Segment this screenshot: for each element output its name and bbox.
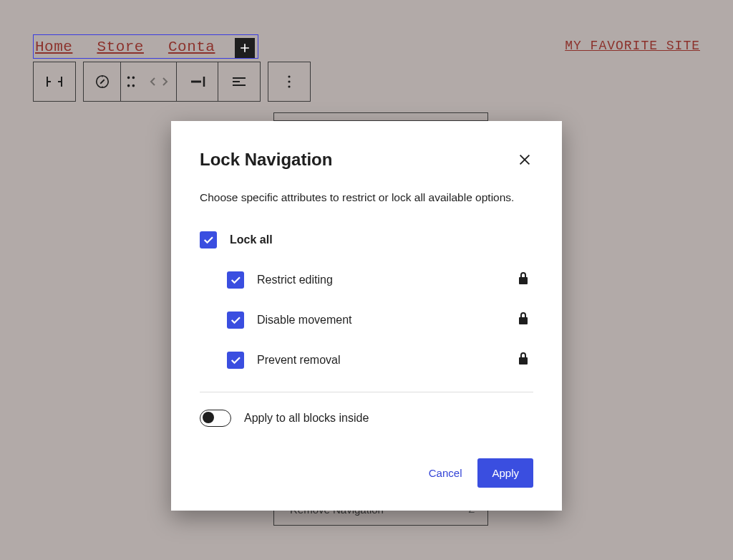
svg-point-7 — [288, 85, 290, 87]
check-icon — [229, 274, 242, 286]
check-icon — [202, 233, 215, 246]
restrict-editing-row[interactable]: Restrict editing — [200, 271, 533, 289]
restrict-editing-checkbox[interactable] — [227, 271, 244, 289]
prevent-removal-row[interactable]: Prevent removal — [200, 352, 533, 369]
lock-all-label: Lock all — [230, 233, 273, 246]
svg-point-3 — [127, 85, 130, 87]
align-button[interactable] — [177, 62, 218, 101]
chevron-left-right-icon — [148, 75, 170, 88]
more-vertical-icon — [287, 74, 291, 89]
divider — [200, 392, 533, 392]
apply-inside-label: Apply to all blocks inside — [244, 412, 369, 425]
drag-handle[interactable] — [121, 62, 141, 101]
compass-icon — [94, 74, 110, 90]
align-right-icon — [189, 75, 206, 88]
toolbar-group-type — [33, 62, 76, 102]
modal-footer: Cancel Apply — [200, 458, 533, 488]
nav-link-home[interactable]: Home — [35, 39, 72, 55]
nav-link-store[interactable]: Store — [97, 39, 144, 55]
drag-icon — [126, 75, 136, 88]
toolbar-group-controls — [83, 62, 261, 102]
justify-button[interactable] — [218, 62, 260, 101]
restrict-editing-label: Restrict editing — [257, 274, 333, 286]
lock-navigation-modal: Lock Navigation Choose specific attribut… — [171, 121, 562, 511]
close-button[interactable] — [516, 151, 533, 168]
lock-all-checkbox[interactable] — [200, 231, 217, 248]
modal-header: Lock Navigation — [200, 150, 533, 170]
prevent-removal-label: Prevent removal — [257, 354, 341, 367]
prevent-removal-checkbox[interactable] — [227, 352, 244, 369]
justify-left-icon — [231, 76, 247, 87]
lock-icon — [518, 312, 529, 329]
lock-all-row[interactable]: Lock all — [200, 231, 533, 248]
check-icon — [229, 354, 242, 367]
apply-button[interactable]: Apply — [477, 458, 533, 488]
toolbar-group-more — [268, 62, 311, 102]
block-toolbar — [33, 62, 311, 102]
toggle-knob — [203, 412, 214, 423]
block-type-button[interactable] — [34, 62, 75, 101]
top-navigation: Home Store Conta MY FAVORITE SITE — [0, 0, 733, 59]
cancel-button[interactable]: Cancel — [417, 458, 474, 488]
move-buttons[interactable] — [141, 62, 177, 101]
lock-icon — [518, 352, 529, 369]
add-block-button[interactable] — [235, 38, 255, 58]
select-parent-button[interactable] — [84, 62, 121, 101]
svg-point-2 — [132, 77, 135, 79]
lock-icon — [518, 271, 529, 289]
modal-description: Choose specific attributes to restrict o… — [200, 190, 533, 206]
modal-title: Lock Navigation — [200, 150, 332, 170]
disable-movement-checkbox[interactable] — [227, 312, 244, 329]
navigation-icon — [45, 74, 64, 90]
svg-point-1 — [127, 77, 130, 79]
svg-point-6 — [288, 80, 290, 82]
close-icon — [517, 152, 533, 168]
apply-inside-row[interactable]: Apply to all blocks inside — [200, 410, 533, 427]
dropdown-menu-frame — [273, 112, 488, 121]
svg-point-4 — [132, 85, 135, 87]
disable-movement-row[interactable]: Disable movement — [200, 312, 533, 329]
site-title[interactable]: MY FAVORITE SITE — [565, 39, 700, 53]
disable-movement-label: Disable movement — [257, 314, 352, 327]
more-options-button[interactable] — [268, 62, 310, 101]
check-icon — [229, 314, 242, 327]
nav-link-contact[interactable]: Conta — [168, 39, 215, 55]
plus-icon — [238, 41, 252, 55]
apply-inside-toggle[interactable] — [200, 410, 231, 427]
nav-links-block[interactable]: Home Store Conta — [33, 34, 258, 59]
svg-point-5 — [288, 75, 290, 77]
